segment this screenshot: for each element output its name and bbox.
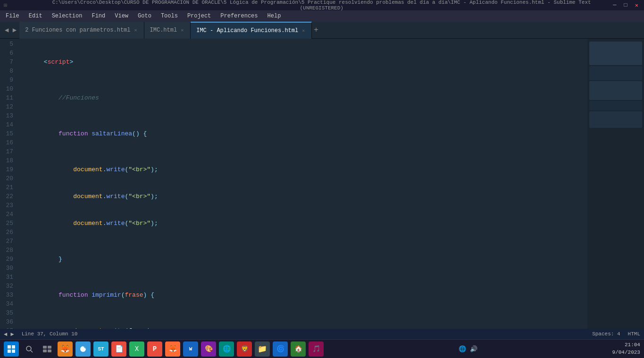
tab-0-label: 2 Funciones con parámetros.html	[25, 27, 130, 33]
svg-rect-0	[8, 345, 11, 349]
tab-0[interactable]: 2 Funciones con parámetros.html ✕	[19, 22, 144, 39]
maximize-button[interactable]: □	[622, 2, 629, 9]
menu-find[interactable]: Find	[88, 12, 109, 20]
app-icon-14[interactable]: 🎵	[309, 341, 324, 357]
app-icon-5[interactable]: P	[147, 341, 162, 357]
status-nav-buttons[interactable]: ◀ ▶	[4, 331, 14, 338]
taskbar-clock[interactable]: 21:04 9/04/2023	[612, 341, 640, 356]
code-line-12: document.write("<br>");	[22, 156, 587, 183]
code-line-17	[22, 273, 587, 282]
menu-project[interactable]: Project	[184, 12, 215, 20]
minimap	[587, 39, 644, 329]
volume-icon[interactable]: 🔊	[469, 344, 478, 354]
app-icon-2[interactable]	[75, 341, 91, 357]
tab-2[interactable]: IMC - Aplicando Funciones.html ✕	[191, 22, 312, 39]
app-icon-6[interactable]: 🦊	[165, 341, 180, 357]
tab-1-label: IMC.html	[150, 27, 177, 33]
code-line-8: //Funciones	[22, 84, 587, 111]
clock-date: 9/04/2023	[612, 349, 640, 356]
code-line-20: document.write(frase);	[22, 317, 587, 329]
menu-bar: File Edit Selection Find View Goto Tools…	[0, 10, 644, 22]
menu-help[interactable]: Help	[264, 12, 285, 20]
title-bar-text: C:\Users\Croco\Desktop\CURSO DE PROGRAMA…	[32, 0, 611, 11]
app-icon-8[interactable]: 🎨	[201, 341, 216, 357]
tab-1[interactable]: IMC.html ✕	[144, 22, 191, 39]
menu-selection[interactable]: Selection	[48, 12, 86, 20]
app-icon-1[interactable]: 🦊	[58, 341, 73, 357]
menu-view[interactable]: View	[111, 12, 132, 20]
code-line-18: function imprimir(frase) {	[22, 282, 587, 308]
tab-bar: ◀ ▶ 2 Funciones con parámetros.html ✕ IM…	[0, 22, 644, 39]
app-icon-4[interactable]: X	[129, 341, 144, 357]
code-area[interactable]: <script> //Funciones function saltarLine…	[18, 39, 587, 329]
svg-rect-2	[8, 350, 11, 353]
status-line-col: Line 37, Column 10	[22, 331, 78, 337]
minimize-button[interactable]: —	[611, 2, 618, 9]
title-bar-controls[interactable]: — □ ✕	[611, 2, 640, 9]
svg-rect-8	[43, 350, 47, 352]
taskbar-sys-icons: 🌐 🔊	[458, 344, 478, 354]
close-button[interactable]: ✕	[633, 2, 640, 9]
editor: 5 6 7 8 9 10 11 12 13 14 15 16 17 18 19 …	[0, 39, 644, 329]
status-spaces[interactable]: Spaces: 4	[592, 331, 620, 337]
svg-line-5	[31, 350, 33, 352]
title-bar: ⊞ C:\Users\Croco\Desktop\CURSO DE PROGRA…	[0, 0, 644, 10]
tab-1-close[interactable]: ✕	[180, 27, 184, 33]
tab-2-label: IMC - Aplicando Funciones.html	[196, 27, 298, 34]
svg-point-4	[26, 346, 31, 351]
code-line-13: document.write("<br>");	[22, 183, 587, 210]
tab-0-close[interactable]: ✕	[134, 27, 138, 33]
code-line-7	[22, 75, 587, 84]
status-right: Spaces: 4 HTML	[592, 331, 640, 337]
app-icon-10[interactable]: 🦁	[237, 341, 252, 357]
network-icon[interactable]: 🌐	[458, 344, 467, 354]
status-bar: ◀ ▶ Line 37, Column 10 Spaces: 4 HTML	[0, 329, 644, 339]
minimap-inner	[587, 39, 644, 131]
code-line-11	[22, 147, 587, 156]
menu-preferences[interactable]: Preferences	[217, 12, 261, 20]
app-icon-3[interactable]: 📄	[111, 341, 126, 357]
code-line-14: document.write("<br>");	[22, 210, 587, 237]
code-line-16: }	[22, 246, 587, 273]
line-numbers: 5 6 7 8 9 10 11 12 13 14 15 16 17 18 19 …	[0, 39, 18, 329]
code-line-15	[22, 237, 587, 246]
status-syntax[interactable]: HTML	[628, 331, 640, 337]
app-icon-7[interactable]: W	[183, 341, 198, 357]
clock-time: 21:04	[612, 341, 640, 349]
menu-edit[interactable]: Edit	[25, 12, 46, 20]
tab-prev-button[interactable]: ◀ ▶	[2, 26, 19, 34]
code-line-9	[22, 111, 587, 120]
app-icon-9[interactable]: 🌐	[219, 341, 234, 357]
task-view-button[interactable]	[40, 341, 55, 357]
menu-goto[interactable]: Goto	[134, 12, 155, 20]
search-button[interactable]	[22, 341, 37, 357]
svg-rect-6	[43, 346, 47, 349]
code-line-19	[22, 308, 587, 317]
tab-2-close[interactable]: ✕	[301, 28, 306, 33]
start-button[interactable]	[4, 341, 19, 357]
menu-file[interactable]: File	[2, 12, 23, 20]
code-line-5	[22, 40, 587, 49]
app-icon-11[interactable]: 📁	[255, 341, 270, 357]
svg-rect-7	[48, 346, 51, 349]
menu-tools[interactable]: Tools	[157, 12, 182, 20]
svg-rect-9	[48, 350, 51, 352]
code-line-10: function saltarLinea() {	[22, 120, 587, 147]
app-icon-vscode[interactable]: ST	[93, 341, 109, 357]
app-icon-12[interactable]: 🌀	[273, 341, 288, 357]
app-icon-13[interactable]: 🏠	[291, 341, 306, 357]
status-left: ◀ ▶ Line 37, Column 10	[4, 331, 77, 338]
taskbar: 🦊 ST 📄 X P 🦊 W 🎨 🌐 🦁 📁 🌀 🏠 🎵 🌐 🔊 21:04 9…	[0, 339, 644, 358]
code-line-6: <script>	[22, 49, 587, 75]
svg-rect-1	[12, 345, 15, 349]
svg-rect-3	[12, 350, 15, 353]
tab-add-button[interactable]: +	[314, 26, 318, 34]
